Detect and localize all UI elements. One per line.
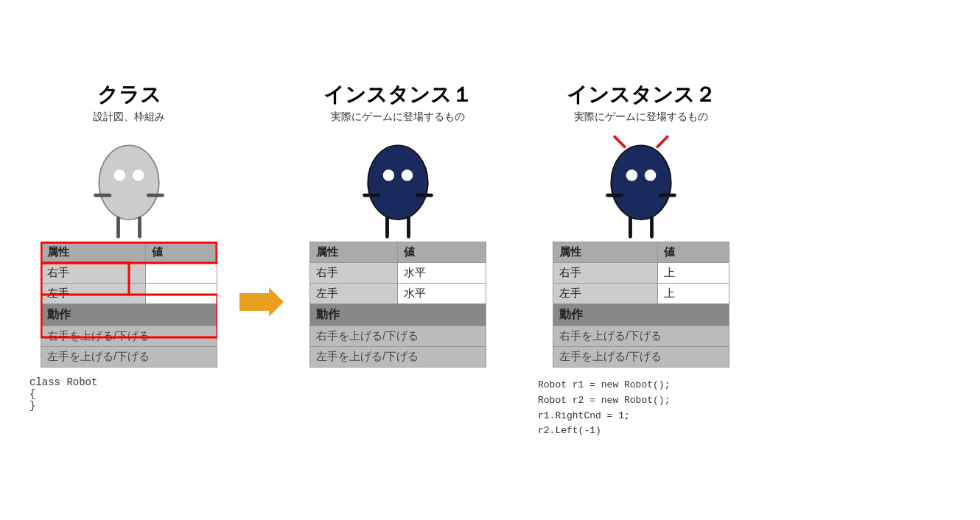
attr-name-left: 左手 bbox=[310, 283, 398, 303]
svg-point-23 bbox=[645, 169, 656, 180]
table-row: 右手 bbox=[41, 262, 217, 283]
header-attr: 属性 bbox=[310, 242, 398, 262]
code-line-4: r2.Left(-1) bbox=[538, 424, 670, 439]
code-line-1: class Robot bbox=[29, 376, 97, 388]
attr-value-right: 水平 bbox=[398, 262, 486, 283]
table-header-row: 属性 値 bbox=[553, 242, 729, 262]
svg-line-19 bbox=[615, 137, 625, 147]
attr-value-left: 水平 bbox=[398, 283, 486, 303]
action-label-2: 左手を上げる/下げる bbox=[310, 346, 486, 367]
action-row-2: 左手を上げる/下げる bbox=[553, 346, 729, 367]
section-row-action: 動作 bbox=[41, 303, 217, 326]
action-label-2: 左手を上げる/下げる bbox=[41, 346, 217, 367]
svg-point-12 bbox=[368, 145, 427, 219]
action-row-1: 右手を上げる/下げる bbox=[310, 326, 486, 346]
attr-name-right: 右手 bbox=[553, 262, 658, 283]
instance2-table: 属性 値 右手 上 左手 上 動作 右手を上げる/下げる 左手を上げる/下げる bbox=[553, 242, 729, 368]
arrow-section bbox=[236, 81, 287, 317]
code-line-2: Robot r2 = new Robot(); bbox=[538, 393, 670, 409]
header-value: 値 bbox=[658, 242, 729, 262]
section-label: 動作 bbox=[310, 303, 486, 326]
header-value: 値 bbox=[146, 242, 217, 262]
action-label-1: 右手を上げる/下げる bbox=[310, 326, 486, 346]
action-row-1: 右手を上げる/下げる bbox=[553, 326, 729, 346]
table-row: 左手 上 bbox=[553, 283, 729, 303]
table-header-row: 属性 値 bbox=[41, 242, 217, 262]
attr-name-left: 左手 bbox=[553, 283, 658, 303]
code-line-1: Robot r1 = new Robot(); bbox=[538, 378, 670, 393]
instance1-robot bbox=[350, 131, 446, 242]
attr-value-right: 上 bbox=[658, 262, 729, 283]
instance-code-block: Robot r1 = new Robot(); Robot r2 = new R… bbox=[538, 378, 670, 439]
svg-point-14 bbox=[402, 169, 413, 180]
instance1-table: 属性 値 右手 水平 左手 水平 動作 右手を上げる/下げる 左手を上げる/下げ… bbox=[309, 242, 486, 368]
svg-point-0 bbox=[99, 145, 158, 219]
section-row-action: 動作 bbox=[553, 303, 729, 326]
section-label: 動作 bbox=[41, 303, 217, 326]
class-title: クラス bbox=[97, 81, 161, 109]
code-line-3: } bbox=[29, 400, 97, 412]
table-row: 右手 水平 bbox=[310, 262, 486, 283]
header-attr: 属性 bbox=[41, 242, 146, 262]
instance2-title: インスタンス２ bbox=[567, 81, 715, 109]
svg-point-2 bbox=[133, 169, 144, 180]
svg-line-20 bbox=[657, 137, 668, 147]
table-row: 右手 上 bbox=[553, 262, 729, 283]
action-row-2: 左手を上げる/下げる bbox=[41, 346, 217, 367]
instance1-title: インスタンス１ bbox=[323, 81, 472, 109]
attr-name-right: 右手 bbox=[41, 262, 146, 283]
action-row-2: 左手を上げる/下げる bbox=[310, 346, 486, 367]
attr-value-left: 上 bbox=[658, 283, 729, 303]
header-attr: 属性 bbox=[553, 242, 658, 262]
class-code-block: class Robot { } bbox=[29, 376, 97, 412]
class-subtitle: 設計図、枠組み bbox=[93, 110, 165, 124]
section-row-action: 動作 bbox=[310, 303, 486, 326]
header-value: 値 bbox=[398, 242, 486, 262]
instance2-robot bbox=[593, 131, 689, 242]
class-robot bbox=[81, 131, 177, 242]
action-row-1: 右手を上げる/下げる bbox=[41, 326, 217, 346]
instance1-subtitle: 実際にゲームに登場するもの bbox=[331, 110, 465, 124]
class-table-wrapper: 属性 値 右手 左手 動作 右手を上げる/下げる 左手を bbox=[41, 242, 217, 368]
attr-value-left bbox=[146, 283, 217, 303]
attr-name-left: 左手 bbox=[41, 283, 146, 303]
attr-name-right: 右手 bbox=[310, 262, 398, 283]
attr-value-right bbox=[146, 262, 217, 283]
instance2-section: インスタンス２ 実際にゲームに登場するもの 属性 値 右手 上 bbox=[531, 81, 752, 439]
class-table: 属性 値 右手 左手 動作 右手を上げる/下げる 左手を bbox=[41, 242, 217, 368]
arrow-right-icon bbox=[239, 287, 284, 317]
main-container: クラス 設計図、枠組み 属性 値 bbox=[0, 66, 980, 454]
code-line-3: r1.RightCnd = 1; bbox=[538, 409, 670, 424]
svg-point-21 bbox=[611, 145, 671, 219]
code-line-2: { bbox=[29, 388, 97, 400]
instance1-section: インスタンス１ 実際にゲームに登場するもの 属性 値 右手 水平 左手 水平 bbox=[287, 81, 508, 368]
svg-point-22 bbox=[626, 169, 637, 180]
svg-marker-11 bbox=[239, 287, 284, 317]
action-label-2: 左手を上げる/下げる bbox=[553, 346, 729, 367]
table-header-row: 属性 値 bbox=[310, 242, 486, 262]
table-row: 左手 bbox=[41, 283, 217, 303]
table-row: 左手 水平 bbox=[310, 283, 486, 303]
svg-point-1 bbox=[114, 169, 125, 180]
instance2-subtitle: 実際にゲームに登場するもの bbox=[574, 110, 708, 124]
svg-point-13 bbox=[383, 169, 394, 180]
section-label: 動作 bbox=[553, 303, 729, 326]
action-label-1: 右手を上げる/下げる bbox=[41, 326, 217, 346]
action-label-1: 右手を上げる/下げる bbox=[553, 326, 729, 346]
class-section: クラス 設計図、枠組み 属性 値 bbox=[22, 81, 236, 412]
